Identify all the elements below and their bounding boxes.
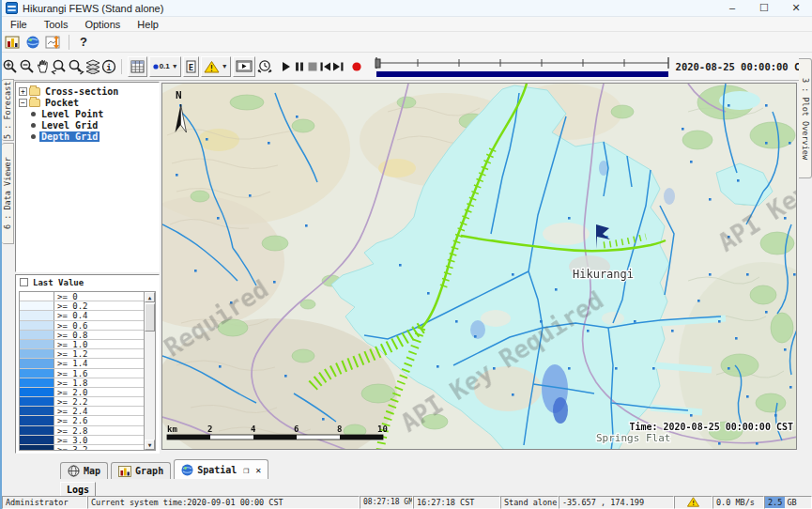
app-window: Hikurangi FEWS (Stand alone) – ☐ ✕ File … bbox=[0, 0, 812, 509]
zoom-out-icon[interactable] bbox=[19, 57, 36, 76]
pan-hand-icon[interactable] bbox=[36, 57, 51, 76]
legend-row: >= 2.4 bbox=[20, 407, 144, 416]
menu-tools[interactable]: Tools bbox=[36, 19, 77, 30]
legend-row: >= 3.0 bbox=[20, 436, 144, 445]
play-button[interactable] bbox=[281, 57, 294, 76]
legend-row: >= 1.8 bbox=[20, 378, 144, 388]
timeline-period-bar bbox=[376, 71, 668, 77]
status-coordinates: -35.657 , 174.199 bbox=[559, 496, 674, 509]
tab-map[interactable]: Map bbox=[60, 462, 108, 479]
map-canvas[interactable]: API Key Required API Key Required API Ke… bbox=[161, 83, 797, 450]
last-value-label: Last Value bbox=[33, 278, 84, 287]
legend-row: >= 1.2 bbox=[20, 349, 144, 359]
tab-plot-overview[interactable]: 3 : Plot Overview bbox=[799, 58, 812, 178]
tree-node-depth-grid[interactable]: Depth Grid bbox=[18, 131, 159, 142]
database-icon[interactable] bbox=[2, 33, 23, 52]
bullet-icon bbox=[31, 112, 36, 116]
maximize-button[interactable]: ☐ bbox=[748, 0, 780, 16]
legend-row: >= 1.4 bbox=[20, 359, 144, 368]
legend-row: >= 2.6 bbox=[20, 416, 144, 425]
record-button[interactable] bbox=[350, 57, 363, 76]
scroll-down-icon[interactable]: ▼ bbox=[145, 440, 155, 450]
tab-data-viewer[interactable]: 6 : Data Viewer bbox=[2, 143, 14, 244]
zoom-in-icon[interactable] bbox=[2, 57, 19, 76]
label-toggle-button[interactable]: E bbox=[183, 56, 199, 77]
legend-row: >= 0.2 bbox=[20, 301, 144, 311]
pause-button[interactable] bbox=[293, 57, 306, 76]
svg-text:i: i bbox=[106, 62, 112, 71]
tree-node-level-point[interactable]: Level Point bbox=[18, 108, 159, 119]
tree-node-level-grid[interactable]: Level Grid bbox=[18, 119, 159, 131]
legend-scrollbar[interactable]: ▲ ▼ bbox=[144, 292, 155, 450]
svg-text:N: N bbox=[176, 89, 182, 101]
legend-row: >= 2.0 bbox=[20, 388, 144, 397]
tab-maximize-icon[interactable]: ❐ bbox=[243, 465, 249, 475]
status-warning-cell[interactable]: ! bbox=[674, 496, 712, 509]
point-size-dropdown[interactable]: 0.1 ▼ bbox=[149, 56, 181, 77]
warning-dropdown-button[interactable]: ! ▼ bbox=[201, 56, 231, 77]
svg-text:E: E bbox=[188, 62, 192, 71]
status-bar: Administrator Current system time:2020-0… bbox=[2, 496, 812, 509]
folder-icon bbox=[29, 87, 40, 96]
label-springs-flat: Springs Flat bbox=[596, 432, 670, 444]
scroll-up-icon[interactable]: ▲ bbox=[145, 292, 155, 302]
tab-close-icon[interactable]: ✕ bbox=[255, 465, 261, 475]
bullet-icon bbox=[31, 123, 36, 128]
zoom-previous-icon[interactable] bbox=[51, 57, 68, 76]
last-value-checkbox[interactable] bbox=[20, 278, 28, 286]
expand-icon[interactable]: + bbox=[19, 87, 27, 96]
legend-row: >= 0.8 bbox=[20, 331, 144, 340]
menu-bar: File Tools Options Help bbox=[2, 17, 812, 32]
tree-node-pocket[interactable]: − Pocket bbox=[18, 97, 159, 108]
timeseries-dialog-icon[interactable] bbox=[43, 33, 64, 52]
minimize-button[interactable]: – bbox=[716, 0, 748, 16]
animation-settings-icon[interactable] bbox=[256, 57, 273, 76]
folder-icon bbox=[29, 99, 40, 107]
info-icon[interactable]: i bbox=[101, 57, 116, 76]
tab-graph[interactable]: Graph bbox=[111, 462, 171, 479]
collapse-icon[interactable]: − bbox=[19, 99, 27, 107]
legend-row: >= 0.4 bbox=[20, 311, 144, 320]
step-forward-button[interactable] bbox=[331, 57, 345, 76]
svg-text:10: 10 bbox=[377, 424, 388, 434]
zoom-next-icon[interactable] bbox=[68, 57, 84, 76]
step-backward-button[interactable] bbox=[319, 57, 332, 76]
menu-options[interactable]: Options bbox=[76, 19, 129, 30]
globe-icon[interactable] bbox=[23, 33, 43, 52]
grid-display-button[interactable] bbox=[128, 56, 147, 77]
svg-text:6: 6 bbox=[294, 424, 299, 434]
chevron-down-icon: ▼ bbox=[172, 63, 178, 69]
timeline-slider[interactable] bbox=[375, 54, 670, 79]
tree-node-cross-section[interactable]: + Cross-section bbox=[18, 85, 159, 97]
tab-spatial[interactable]: Spatial ❐ ✕ bbox=[174, 459, 268, 479]
menu-help[interactable]: Help bbox=[129, 19, 167, 30]
timeline-date: 2020-08-25 00:00:00 CST bbox=[676, 61, 812, 72]
svg-text:!: ! bbox=[209, 64, 214, 72]
timeline-handle[interactable] bbox=[375, 59, 380, 68]
window-title: Hikurangi FEWS (Stand alone) bbox=[23, 3, 163, 14]
menu-file[interactable]: File bbox=[2, 19, 36, 30]
status-memory: 2.5 GB bbox=[764, 496, 812, 509]
tab-forecast[interactable]: 5 : Forecast bbox=[2, 79, 14, 141]
scroll-thumb[interactable] bbox=[145, 303, 155, 332]
stop-button[interactable] bbox=[306, 57, 319, 76]
movie-player-button[interactable] bbox=[233, 56, 255, 77]
status-user: Administrator bbox=[2, 496, 87, 509]
label-hikurangi: Hikurangi bbox=[573, 268, 634, 281]
svg-text:km: km bbox=[167, 424, 177, 434]
legend-panel: Last Value >= 0 >= 0.2 >= 0.4 >= 0.6 >= … bbox=[15, 274, 160, 454]
wireframe-globe-icon bbox=[68, 465, 80, 477]
legend-row: >= 2.2 bbox=[20, 397, 144, 407]
help-icon[interactable]: ? bbox=[74, 35, 93, 49]
layer-tree: + Cross-section − Pocket Level Point Lev… bbox=[15, 82, 160, 272]
layers-icon[interactable] bbox=[84, 57, 101, 76]
status-system-time: Current system time:2020-09-01 00:00 CST bbox=[87, 496, 360, 509]
close-button[interactable]: ✕ bbox=[780, 0, 812, 16]
map-time-label: Time: 2020-08-25 00:00:00 CST bbox=[629, 422, 793, 432]
svg-text:4: 4 bbox=[251, 424, 256, 434]
map-toolbar: i 0.1 ▼ E ! ▼ bbox=[2, 53, 812, 81]
title-bar: Hikurangi FEWS (Stand alone) – ☐ ✕ bbox=[2, 0, 812, 17]
svg-text:8: 8 bbox=[337, 424, 342, 434]
status-download-speed: 0.0 MB/s bbox=[712, 496, 764, 509]
svg-text:2: 2 bbox=[207, 424, 212, 434]
